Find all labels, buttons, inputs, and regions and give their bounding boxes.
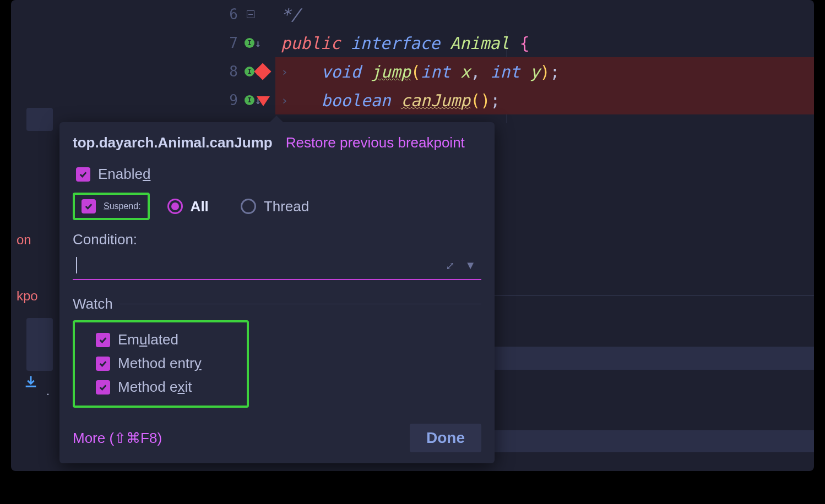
line-number: 6 bbox=[220, 6, 242, 23]
condition-input[interactable] bbox=[73, 254, 481, 280]
restore-link[interactable]: Restore previous breakpoint bbox=[286, 134, 465, 151]
code-text: › boolean canJump(); bbox=[275, 86, 814, 114]
enabled-row: Enabled bbox=[76, 166, 481, 183]
method-entry-row: Method entry bbox=[96, 355, 234, 372]
radio-all[interactable] bbox=[167, 199, 183, 214]
fold-minus-icon[interactable] bbox=[247, 10, 254, 18]
suspend-radio-group: All Thread bbox=[167, 198, 310, 215]
left-panel-fragment: on kpo . bbox=[17, 0, 55, 471]
method-breakpoint-arrow-icon[interactable] bbox=[257, 96, 270, 106]
emulated-label: Emulated bbox=[118, 331, 178, 348]
suspend-row: Suspend: All Thread bbox=[73, 193, 481, 220]
expand-icon[interactable]: ⤢ bbox=[446, 259, 455, 272]
gutter[interactable]: I bbox=[242, 95, 275, 105]
line-number: 8 bbox=[220, 63, 242, 80]
ellipsis-icon[interactable]: . bbox=[46, 384, 50, 398]
gutter[interactable]: I bbox=[242, 65, 275, 78]
override-down-icon[interactable]: I bbox=[245, 95, 254, 105]
breakpoint-popup: top.dayarch.Animal.canJump Restore previ… bbox=[59, 122, 495, 463]
download-icon[interactable] bbox=[23, 374, 39, 390]
enabled-label: Enabled bbox=[98, 166, 150, 183]
clipped-text-1: on bbox=[17, 232, 31, 248]
condition-label: Condition: bbox=[73, 231, 481, 248]
override-down-icon[interactable]: I bbox=[245, 38, 254, 48]
popup-footer: More (⇧⌘F8) Done bbox=[73, 424, 481, 452]
code-text: */ bbox=[275, 0, 814, 29]
method-exit-row: Method exit bbox=[96, 379, 234, 396]
condition-icons: ⤢ ▼ bbox=[446, 259, 476, 272]
chevron-right-icon: › bbox=[281, 94, 288, 107]
code-text: › void jump(intx,inty); bbox=[275, 57, 814, 86]
text-cursor bbox=[76, 257, 77, 273]
left-selection-2 bbox=[26, 318, 53, 371]
gutter[interactable]: I bbox=[242, 38, 275, 48]
override-down-icon[interactable]: I bbox=[245, 67, 254, 76]
more-link[interactable]: More (⇧⌘F8) bbox=[73, 430, 162, 447]
condition-input-wrap: ⤢ ▼ bbox=[73, 254, 481, 280]
line-number: 9 bbox=[220, 92, 242, 108]
suspend-label: Suspend: bbox=[104, 201, 141, 211]
watch-highlight: Emulated Method entry Method exit bbox=[73, 320, 249, 408]
ide-window: on kpo . 6 */ 7 I bbox=[11, 0, 814, 471]
left-selection-1 bbox=[26, 108, 53, 131]
code-line-9: 9 I › boolean canJump(); bbox=[220, 86, 814, 114]
suspend-checkbox[interactable] bbox=[82, 199, 96, 213]
clipped-text-2: kpo bbox=[17, 288, 38, 304]
watch-title: Watch bbox=[73, 295, 481, 313]
method-entry-label: Method entry bbox=[118, 355, 202, 372]
code-line-7: 7 I public interface Animal { bbox=[220, 29, 814, 57]
method-entry-checkbox[interactable] bbox=[96, 357, 110, 371]
method-exit-label: Method exit bbox=[118, 379, 192, 396]
radio-thread[interactable] bbox=[241, 199, 256, 214]
enabled-checkbox[interactable] bbox=[76, 167, 90, 182]
suspend-highlight: Suspend: bbox=[73, 193, 150, 220]
gutter bbox=[242, 10, 275, 18]
chevron-right-icon: › bbox=[281, 65, 288, 79]
method-exit-checkbox[interactable] bbox=[96, 380, 110, 395]
code-line-8: 8 I › void jump(intx,inty); bbox=[220, 57, 814, 86]
watch-section: Watch Emulated Method entry bbox=[73, 295, 481, 408]
code-line-6: 6 */ bbox=[220, 0, 814, 29]
radio-all-label: All bbox=[191, 198, 209, 215]
done-button[interactable]: Done bbox=[410, 424, 481, 452]
code-text: public interface Animal { bbox=[275, 29, 814, 57]
breakpoint-name: top.dayarch.Animal.canJump bbox=[73, 134, 273, 151]
radio-thread-label: Thread bbox=[264, 198, 309, 215]
dropdown-icon[interactable]: ▼ bbox=[465, 259, 476, 272]
emulated-checkbox[interactable] bbox=[96, 333, 110, 347]
emulated-row: Emulated bbox=[96, 331, 234, 348]
line-number: 7 bbox=[220, 35, 242, 51]
popup-header: top.dayarch.Animal.canJump Restore previ… bbox=[73, 134, 481, 151]
